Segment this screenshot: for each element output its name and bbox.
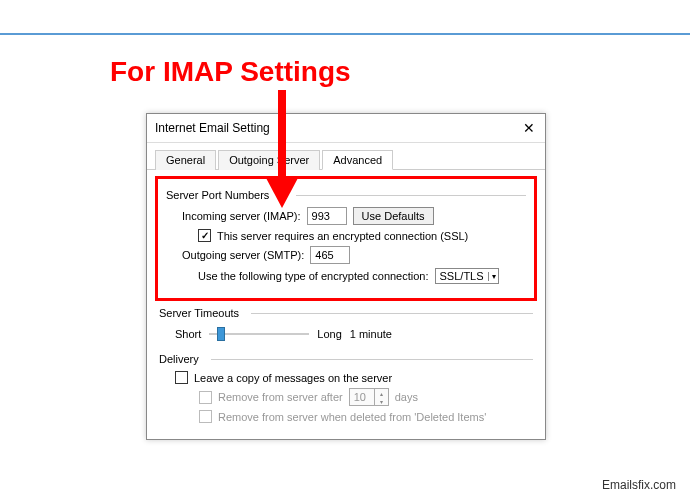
dialog-title: Internet Email Setting [155, 121, 270, 135]
close-icon[interactable]: ✕ [521, 120, 537, 136]
timeout-short-label: Short [175, 328, 201, 340]
spinner-arrows: ▴ ▾ [374, 389, 388, 405]
spinner-up-icon: ▴ [375, 389, 388, 397]
remove-after-checkbox [199, 391, 212, 404]
dialog-body: Server Port Numbers Incoming server (IMA… [147, 170, 545, 439]
tab-advanced[interactable]: Advanced [322, 150, 393, 170]
incoming-label: Incoming server (IMAP): [182, 210, 301, 222]
use-defaults-button[interactable]: Use Defaults [353, 207, 434, 225]
incoming-port-input[interactable]: 993 [307, 207, 347, 225]
row-remove-deleted: Remove from server when deleted from 'De… [199, 410, 533, 423]
timeout-slider[interactable] [209, 325, 309, 343]
titlebar: Internet Email Setting ✕ [147, 114, 545, 143]
divider-line [0, 33, 690, 35]
row-timeout-slider: Short Long 1 minute [175, 325, 533, 343]
spinner-down-icon: ▾ [375, 397, 388, 405]
outgoing-label: Outgoing server (SMTP): [182, 249, 304, 261]
highlight-imap-settings: Server Port Numbers Incoming server (IMA… [155, 176, 537, 301]
watermark: Emailsfix.com [602, 478, 676, 492]
ssl-label: This server requires an encrypted connec… [217, 230, 468, 242]
leave-copy-checkbox[interactable] [175, 371, 188, 384]
row-leave-copy: Leave a copy of messages on the server [175, 371, 533, 384]
tab-general[interactable]: General [155, 150, 216, 170]
row-incoming: Incoming server (IMAP): 993 Use Defaults [182, 207, 526, 225]
remove-after-value: 10 [354, 391, 366, 403]
tabbar: General Outgoing Server Advanced [147, 143, 545, 170]
encryption-label: Use the following type of encrypted conn… [198, 270, 429, 282]
email-settings-dialog: Internet Email Setting ✕ General Outgoin… [146, 113, 546, 440]
outgoing-port-input[interactable]: 465 [310, 246, 350, 264]
group-timeouts: Server Timeouts [159, 307, 533, 319]
timeout-long-label: Long [317, 328, 341, 340]
ssl-checkbox[interactable] [198, 229, 211, 242]
group-delivery: Delivery [159, 353, 533, 365]
row-outgoing: Outgoing server (SMTP): 465 [182, 246, 526, 264]
remove-deleted-label: Remove from server when deleted from 'De… [218, 411, 486, 423]
days-label: days [395, 391, 418, 403]
encryption-value: SSL/TLS [440, 270, 484, 282]
remove-after-spinner: 10 ▴ ▾ [349, 388, 389, 406]
row-remove-after: Remove from server after 10 ▴ ▾ days [199, 388, 533, 406]
encryption-select[interactable]: SSL/TLS ▾ [435, 268, 499, 284]
timeout-value: 1 minute [350, 328, 392, 340]
row-encryption: Use the following type of encrypted conn… [198, 268, 526, 284]
remove-deleted-checkbox [199, 410, 212, 423]
svg-marker-1 [266, 178, 298, 208]
group-server-ports: Server Port Numbers [166, 189, 526, 201]
chevron-down-icon: ▾ [488, 272, 496, 281]
annotation-title: For IMAP Settings [110, 56, 351, 88]
leave-copy-label: Leave a copy of messages on the server [194, 372, 392, 384]
annotation-arrow [262, 90, 302, 210]
slider-thumb[interactable] [217, 327, 225, 341]
row-ssl-required: This server requires an encrypted connec… [198, 229, 526, 242]
remove-after-label: Remove from server after [218, 391, 343, 403]
